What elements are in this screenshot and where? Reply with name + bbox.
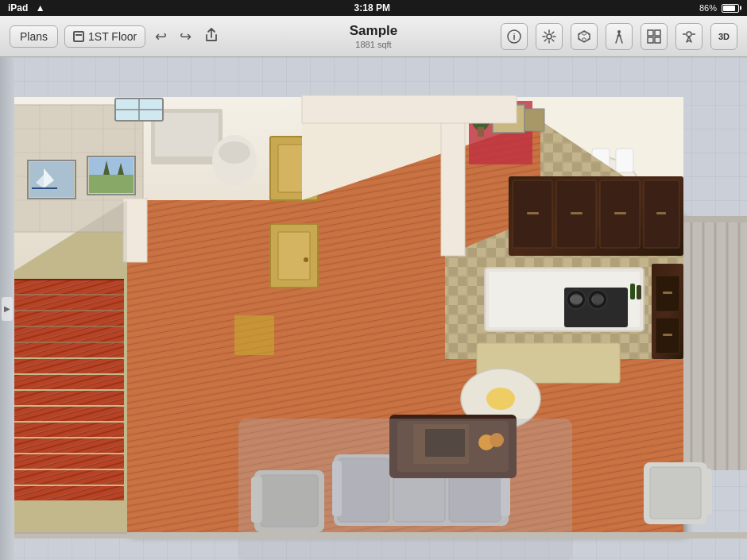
3d-box-button[interactable] — [571, 23, 598, 50]
app-subtitle: 1881 sqft — [350, 40, 397, 49]
svg-rect-144 — [704, 469, 712, 515]
svg-rect-143 — [650, 467, 701, 519]
svg-point-100 — [570, 295, 583, 304]
settings-button[interactable] — [536, 23, 563, 50]
left-edge-panel: ▶ — [0, 57, 14, 560]
svg-point-62 — [219, 141, 250, 164]
toolbar: Plans 1ST Floor ↩ ↪ Sample 1881 sqft i — [0, 16, 747, 57]
walk-mode-button[interactable] — [606, 23, 633, 50]
svg-rect-5 — [655, 30, 660, 36]
layout-button[interactable] — [641, 23, 668, 50]
svg-rect-70 — [278, 232, 310, 280]
svg-rect-90 — [571, 212, 583, 214]
svg-point-8 — [687, 32, 691, 37]
status-bar: iPad ▲ 3:18 PM 86% — [0, 0, 747, 16]
toolbar-right: i — [501, 23, 737, 50]
svg-rect-151 — [238, 419, 572, 560]
floor-label: 1ST Floor — [88, 30, 137, 43]
carrier-label: iPad ▲ — [8, 2, 45, 14]
svg-rect-131 — [630, 284, 635, 299]
svg-rect-124 — [89, 158, 134, 175]
info-button[interactable]: i — [501, 23, 528, 50]
3d-view-button[interactable]: 3D — [710, 23, 737, 50]
svg-rect-4 — [648, 30, 653, 36]
floorplan-svg — [0, 57, 747, 560]
svg-rect-132 — [637, 285, 641, 299]
canvas-area[interactable]: ▶ — [0, 57, 747, 560]
svg-rect-123 — [89, 175, 134, 193]
toolbar-center: Sample 1881 sqft — [350, 23, 397, 48]
status-right: 86% — [699, 3, 739, 13]
floor-selector-button[interactable]: 1ST Floor — [64, 25, 145, 48]
svg-point-71 — [304, 257, 308, 262]
left-panel-handle[interactable]: ▶ — [2, 297, 13, 321]
svg-rect-72 — [234, 315, 274, 355]
svg-text:i: i — [513, 32, 515, 41]
svg-rect-112 — [683, 222, 747, 470]
plans-button[interactable]: Plans — [10, 25, 58, 48]
svg-rect-78 — [616, 149, 633, 172]
svg-rect-6 — [648, 37, 653, 43]
share-button[interactable] — [201, 25, 222, 48]
svg-rect-130 — [478, 127, 484, 137]
svg-rect-91 — [614, 212, 626, 214]
svg-point-2 — [547, 34, 552, 39]
toolbar-left: Plans 1ST Floor ↩ ↪ — [10, 25, 222, 48]
svg-point-101 — [591, 295, 604, 304]
svg-rect-92 — [656, 212, 666, 214]
svg-rect-116 — [663, 292, 672, 294]
svg-rect-126 — [524, 109, 544, 131]
time-display: 3:18 PM — [354, 2, 390, 14]
battery-icon — [722, 4, 739, 13]
battery-percent: 86% — [699, 3, 717, 13]
exterior-button[interactable] — [675, 23, 702, 50]
svg-rect-111 — [683, 216, 747, 222]
floor-icon — [73, 31, 84, 42]
svg-rect-89 — [527, 212, 539, 214]
svg-rect-152 — [441, 121, 465, 256]
svg-rect-60 — [155, 113, 219, 156]
svg-rect-153 — [302, 95, 517, 123]
undo-button[interactable]: ↩ — [152, 25, 170, 48]
svg-rect-117 — [663, 334, 672, 336]
app-title: Sample — [350, 23, 397, 39]
redo-button[interactable]: ↪ — [176, 25, 195, 48]
svg-point-104 — [486, 388, 515, 410]
svg-rect-7 — [655, 37, 660, 43]
wifi-icon: ▲ — [36, 2, 45, 14]
